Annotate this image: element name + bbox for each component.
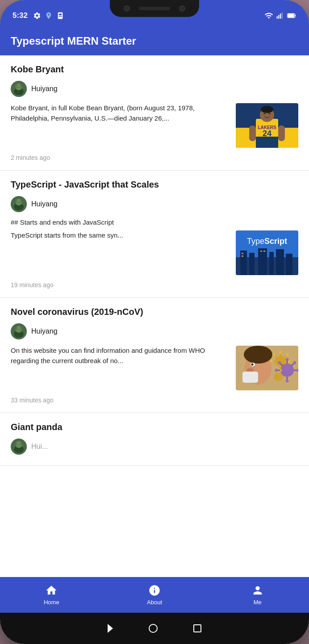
article-card-corona[interactable]: Novel coronavirus (2019-nCoV) Huiyang [0,298,309,413]
svg-rect-2 [59,16,60,17]
svg-point-63 [274,372,283,381]
svg-rect-42 [286,254,292,275]
author-name-corona: Huiyang [31,327,58,335]
phone-shell: 5:32 [0,0,309,644]
svg-point-58 [251,364,254,366]
timestamp-typescript: 19 minutes ago [11,281,298,289]
svg-point-16 [17,84,21,87]
speaker-grille [139,7,170,10]
excerpt-typescript: TypeScript starts from the same syn... [11,230,230,241]
svg-rect-37 [240,251,247,275]
author-row-corona: Huiyang [11,323,298,339]
front-camera-left [124,5,130,12]
svg-rect-44 [242,255,243,257]
article-title-kobe: Kobe Bryant [11,64,298,75]
avatar-typescript [11,196,27,212]
svg-point-65 [279,351,282,354]
svg-point-53 [17,326,21,330]
svg-rect-46 [263,251,265,252]
person-icon [251,584,264,597]
avatar-kobe [11,81,27,97]
svg-point-34 [17,199,21,202]
phone-screen: 5:32 [0,0,309,644]
svg-rect-25 [268,113,271,114]
settings-icon [33,12,41,20]
recents-button[interactable] [193,624,201,632]
content-area[interactable]: Kobe Bryant Huiyang [0,55,309,577]
svg-point-23 [261,106,273,113]
svg-rect-6 [280,14,281,19]
svg-rect-1 [59,14,62,16]
excerpt-kobe: Kobe Bryant, in full Kobe Bean Bryant, (… [11,103,230,123]
system-nav [0,613,309,644]
svg-rect-3 [61,16,62,17]
svg-point-77 [286,358,289,361]
image-corona [236,346,298,390]
wifi-icon [264,11,273,20]
svg-point-71 [270,360,273,363]
article-title-corona: Novel coronavirus (2019-nCoV) [11,307,298,317]
article-card-typescript[interactable]: TypeScript - JavaScript that Scales Huiy… [0,171,309,298]
status-right-icons [264,11,296,21]
svg-rect-0 [58,13,63,19]
info-icon [148,584,161,597]
svg-text:TypeScript: TypeScript [247,237,287,246]
battery-icon [287,11,296,21]
home-button[interactable] [149,624,158,633]
image-kobe: LAKERS 24 [236,103,298,148]
svg-rect-38 [249,253,255,275]
avatar-corona [11,323,27,339]
svg-point-85 [293,361,296,364]
location-icon [45,12,53,20]
svg-rect-7 [282,13,283,19]
nav-label-me: Me [254,599,262,606]
author-row-typescript: Huiyang [11,196,298,212]
svg-rect-5 [278,15,279,19]
notch [110,0,199,17]
svg-rect-60 [242,372,258,383]
author-name-panda: Hui... [31,443,48,451]
sim-icon [56,12,64,20]
body-row-typescript: TypeScript starts from the same syn... [11,230,298,275]
author-name-kobe: Huiyang [31,85,58,93]
svg-rect-24 [263,113,266,114]
svg-rect-40 [269,252,274,275]
svg-rect-26 [249,125,256,141]
app-bar: Typescript MERN Starter [0,27,309,55]
author-row-panda: Hui... [11,439,298,455]
svg-rect-10 [288,14,294,17]
article-subtitle-typescript: ## Starts and ends with JavaScript [11,218,298,226]
status-left-icons [33,12,64,20]
status-time: 5:32 [13,11,28,20]
front-camera-right [179,5,185,12]
svg-rect-9 [295,15,296,17]
article-title-typescript: TypeScript - JavaScript that Scales [11,180,298,190]
body-row-corona: On this website you can find information… [11,346,298,390]
svg-point-81 [286,380,289,383]
svg-point-83 [275,369,278,372]
article-card-kobe[interactable]: Kobe Bryant Huiyang [0,55,309,171]
svg-rect-27 [278,125,285,141]
svg-point-56 [244,346,272,364]
body-row-kobe: Kobe Bryant, in full Kobe Bean Bryant, (… [11,103,298,148]
bottom-nav: Home About Me [0,577,309,613]
svg-rect-4 [277,17,278,19]
author-row-kobe: Huiyang [11,81,298,97]
svg-point-87 [278,361,281,364]
signal-icon [276,12,284,20]
article-title-panda: Giant panda [11,422,298,432]
author-name-typescript: Huiyang [31,200,58,208]
timestamp-corona: 33 minutes ago [11,397,298,404]
nav-label-about: About [147,599,162,606]
timestamp-kobe: 2 minutes ago [11,154,298,161]
app-title: Typescript MERN Starter [11,35,298,47]
back-button[interactable] [108,624,113,633]
nav-item-me[interactable]: Me [206,577,309,613]
nav-item-home[interactable]: Home [0,577,103,613]
article-card-panda[interactable]: Giant panda Hui... [0,413,309,466]
svg-rect-28 [256,137,278,148]
nav-item-about[interactable]: About [103,577,206,613]
svg-rect-43 [242,253,243,254]
svg-rect-39 [258,248,267,275]
image-typescript: TypeScript [236,230,298,275]
